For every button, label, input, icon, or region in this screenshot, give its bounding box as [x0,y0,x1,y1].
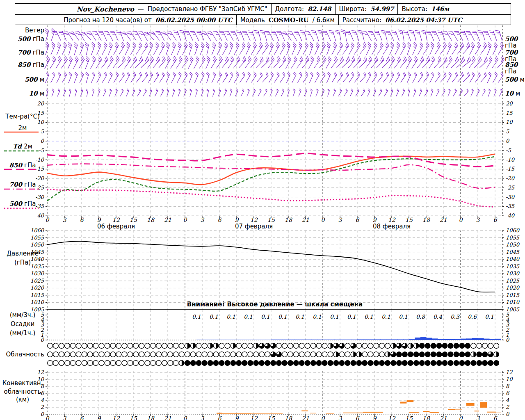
svg-text:0.6: 0.6 [468,313,477,320]
svg-text:1025: 1025 [30,278,44,284]
svg-text:15: 15 [37,110,44,116]
svg-text:1055: 1055 [30,235,44,241]
svg-text:18: 18 [147,415,155,420]
svg-text:18: 18 [147,217,155,223]
svg-text:10: 10 [37,119,44,125]
svg-text:15: 15 [267,217,275,223]
svg-text:0.1: 0.1 [313,313,321,320]
svg-text:0.1: 0.1 [226,313,235,320]
svg-text:1030: 1030 [506,270,520,276]
svg-text:6: 6 [80,217,84,223]
svg-text:6: 6 [506,390,510,396]
svg-text:4: 4 [506,397,509,403]
svg-text:4: 4 [41,397,44,403]
svg-text:20: 20 [37,100,44,107]
svg-text:5: 5 [506,128,509,135]
svg-text:8: 8 [41,383,45,389]
svg-text:0.1: 0.1 [364,313,373,320]
svg-text:1035: 1035 [30,263,44,269]
svg-text:0.1: 0.1 [399,313,407,320]
svg-text:-30: -30 [35,194,45,200]
svg-text:5: 5 [41,128,44,135]
svg-text:-20: -20 [506,175,515,181]
svg-text:1060: 1060 [506,227,520,233]
svg-text:0.1: 0.1 [192,313,201,320]
svg-text:0.8: 0.8 [416,313,425,320]
svg-text:0: 0 [459,217,463,223]
svg-text:06 февраля: 06 февраля [97,223,135,230]
meteogram-page: { "header": { "line1": { "station": "Nov… [0,0,525,420]
svg-text:0.1: 0.1 [381,313,390,320]
svg-text:1040: 1040 [30,256,45,262]
svg-text:15: 15 [405,217,413,223]
svg-text:1035: 1035 [506,263,520,269]
svg-text:-10: -10 [35,157,45,163]
svg-text:0.1: 0.1 [347,313,356,320]
svg-text:9: 9 [97,415,101,420]
svg-text:-35: -35 [506,203,515,209]
svg-text:1015: 1015 [30,292,44,298]
svg-text:3: 3 [338,217,342,223]
svg-text:6: 6 [493,217,498,223]
svg-text:-15: -15 [506,166,515,172]
svg-text:12: 12 [112,415,120,420]
svg-text:0: 0 [41,138,45,144]
svg-text:1020: 1020 [30,285,45,291]
svg-text:0.1: 0.1 [261,313,269,320]
svg-text:15: 15 [130,415,137,420]
svg-text:-20: -20 [35,175,45,181]
svg-text:0: 0 [321,415,325,420]
svg-text:-5: -5 [39,147,44,153]
svg-text:3: 3 [201,217,205,223]
svg-text:-5: -5 [506,147,511,153]
svg-text:15: 15 [405,415,413,420]
svg-text:2: 2 [506,404,509,410]
svg-text:15: 15 [506,110,513,116]
svg-text:0: 0 [41,411,45,417]
svg-text:0: 0 [506,337,510,343]
svg-text:1020: 1020 [506,285,520,291]
svg-text:1050: 1050 [506,242,520,248]
svg-text:0: 0 [459,415,463,420]
svg-text:1050: 1050 [30,242,45,248]
svg-text:0: 0 [183,217,187,223]
svg-text:3: 3 [63,415,67,420]
svg-text:0.1: 0.1 [485,313,493,320]
svg-text:1015: 1015 [506,292,520,298]
svg-text:6: 6 [356,217,360,223]
svg-text:12: 12 [250,415,258,420]
svg-text:0.4: 0.4 [433,313,442,320]
svg-text:-25: -25 [35,185,44,191]
svg-text:-15: -15 [35,166,44,172]
svg-text:3: 3 [63,217,67,223]
svg-text:12: 12 [37,369,44,375]
svg-text:1045: 1045 [506,249,520,255]
svg-text:20: 20 [506,100,513,107]
svg-text:2: 2 [41,404,44,410]
svg-text:6: 6 [80,415,84,420]
svg-text:6: 6 [493,415,498,420]
svg-text:6: 6 [218,217,222,223]
svg-text:6: 6 [218,415,222,420]
svg-text:0.1: 0.1 [330,313,338,320]
svg-text:12: 12 [388,415,396,420]
svg-text:-40: -40 [35,212,45,219]
svg-text:0: 0 [506,138,510,144]
svg-text:07 февраля: 07 февраля [235,223,273,230]
svg-text:0.1: 0.1 [209,313,218,320]
svg-text:9: 9 [97,217,101,223]
svg-text:0.1: 0.1 [295,313,304,320]
svg-text:10: 10 [506,376,513,382]
svg-text:08 февраля: 08 февраля [373,223,411,230]
svg-text:18: 18 [285,217,292,223]
svg-text:-10: -10 [506,157,515,163]
svg-text:3: 3 [338,415,342,420]
svg-text:-30: -30 [506,194,515,200]
svg-text:6: 6 [356,415,360,420]
svg-text:18: 18 [285,415,292,420]
svg-text:12: 12 [112,217,120,223]
svg-text:8: 8 [506,383,510,389]
svg-text:9: 9 [373,415,377,420]
svg-text:1025: 1025 [506,278,520,284]
svg-text:12: 12 [388,217,396,223]
